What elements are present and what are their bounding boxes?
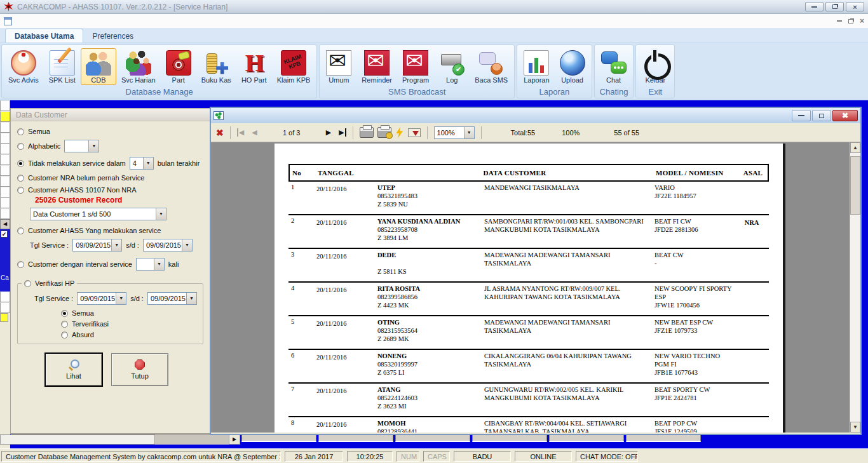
ribbon-button-label: HO Part xyxy=(241,76,267,84)
ribbon-button-label: Part xyxy=(172,76,185,84)
load-percent: 100% xyxy=(562,129,580,137)
ribbon-button-label: Reminder xyxy=(362,76,392,84)
alphabetic-select[interactable]: ▼ xyxy=(64,140,99,152)
radio-melakukan-service[interactable] xyxy=(17,227,24,234)
radio-terverifikasi[interactable] xyxy=(61,321,68,328)
lihat-button[interactable]: Lihat xyxy=(45,353,102,386)
mdi-close-button[interactable]: × xyxy=(860,18,864,24)
report-close-button[interactable]: ✖ xyxy=(832,110,858,121)
ribbon-button-label: Laporan xyxy=(524,76,549,84)
status-chat-mode: CHAT MODE: OFF xyxy=(576,451,638,462)
tgl-to-select[interactable]: 09/09/2015▼ xyxy=(143,239,193,252)
radio-semua[interactable] xyxy=(17,128,24,135)
report-table-row: 520/11/2016OTING082315953564Z 2689 MKMAD… xyxy=(288,316,769,350)
chevron-down-icon: ▼ xyxy=(182,239,192,251)
radio-v-semua-label: Semua xyxy=(72,309,94,317)
ribbon-button-svc-harian[interactable]: Svc Harian xyxy=(116,48,161,85)
mdi-workspace: ◀ ✔ Ca ▶ Data Customer Semua Alphabetic … xyxy=(0,100,868,448)
ribbon-button-umum[interactable]: Umum xyxy=(321,48,356,85)
radio-non-nra[interactable] xyxy=(17,187,24,194)
restore-button[interactable] xyxy=(825,2,844,11)
ribbon-button-log[interactable]: Log xyxy=(434,48,470,85)
ribbon-button-cdb[interactable]: CDB xyxy=(81,48,116,85)
last-page-icon[interactable]: ▶ xyxy=(337,128,346,137)
ribbon-button-reminder[interactable]: Reminder xyxy=(356,48,397,85)
bar-chart-icon xyxy=(524,50,549,76)
report-table-row: 220/11/2016YANA KUSDIANA ALDIAN085223958… xyxy=(288,215,769,249)
report-vscrollbar[interactable]: ▲ ▼ xyxy=(850,142,860,433)
background-hscrollbar[interactable]: ▶ xyxy=(0,434,240,445)
ribbon-button-label: Klaim KPB xyxy=(277,76,311,84)
ribbon-button-program[interactable]: Program xyxy=(397,48,434,85)
ho-part-icon xyxy=(241,50,267,76)
radio-absurd-label: Absurd xyxy=(72,331,94,339)
print-setup-icon[interactable] xyxy=(377,127,391,138)
tab-preferences[interactable]: Preferences xyxy=(83,29,142,43)
scroll-left-icon[interactable]: ◀ xyxy=(0,219,10,229)
tab-database-utama[interactable]: Database Utama xyxy=(5,29,83,43)
ribbon-button-label: Svc Advis xyxy=(8,76,39,84)
print-icon[interactable] xyxy=(360,127,374,138)
next-page-icon[interactable]: ▶ xyxy=(324,128,333,137)
radio-interval[interactable] xyxy=(17,261,24,268)
ribbon-button-label: Umum xyxy=(329,76,349,84)
tgl-service-label: Tgl Service : xyxy=(30,241,69,249)
tutup-button[interactable]: Tutup xyxy=(111,353,168,386)
scroll-up-icon[interactable]: ▲ xyxy=(850,142,860,153)
sd-label: s/d : xyxy=(126,241,139,249)
v-tgl-from-select[interactable]: 09/09/2015▼ xyxy=(77,292,126,305)
ribbon-button-label: SPK List xyxy=(49,76,76,84)
refresh-bolt-icon[interactable] xyxy=(395,127,404,138)
interval-select[interactable]: ▼ xyxy=(136,258,165,271)
close-report-icon[interactable]: ✖ xyxy=(216,128,224,138)
ribbon-group: Svc AdvisSPK ListCDBSvc HarianPartBuku K… xyxy=(1,44,317,98)
window-title: CAKRACOMP - AHASS 10107. Ver.:2.0.212 - … xyxy=(17,3,805,11)
mdi-restore-button[interactable] xyxy=(848,19,853,23)
vscroll-thumb[interactable] xyxy=(850,156,860,215)
mdi-minimize-button[interactable] xyxy=(837,20,842,22)
ribbon-button-spk-list[interactable]: SPK List xyxy=(44,48,81,85)
tgl-from-select[interactable]: 09/09/2015▼ xyxy=(72,239,122,252)
dialog-title: Data Customer xyxy=(11,109,210,121)
minimize-button[interactable] xyxy=(805,2,824,11)
close-button[interactable]: × xyxy=(846,2,864,11)
ribbon-button-laporan[interactable]: Laporan xyxy=(519,48,554,85)
radio-alphabetic[interactable] xyxy=(17,143,24,150)
ribbon-button-ho-part[interactable]: HO Part xyxy=(236,48,272,85)
radio-v-semua[interactable] xyxy=(61,310,68,317)
report-canvas: No TANGGAL DATA CUSTOMER MODEL / NOMESIN… xyxy=(211,142,860,433)
report-minimize-button[interactable] xyxy=(792,110,811,121)
ribbon-button-buku-kas[interactable]: Buku Kas xyxy=(196,48,236,85)
ribbon-button-klaim-kpb[interactable]: Klaim KPB xyxy=(272,48,316,85)
ribbon-group-label: SMS Broadcast xyxy=(321,87,513,97)
prev-page-icon[interactable]: ◀ xyxy=(250,128,259,137)
ribbon-group: UmumReminderProgramLogBaca SMSSMS Broadc… xyxy=(319,44,515,98)
scroll-down-icon[interactable]: ▼ xyxy=(850,422,860,433)
magnifier-icon xyxy=(69,359,79,370)
radio-verifikasi-hp[interactable] xyxy=(24,280,31,287)
report-restore-button[interactable] xyxy=(812,110,831,121)
scroll-right-icon[interactable]: ▶ xyxy=(229,434,240,445)
ribbon-button-keluar[interactable]: Keluar xyxy=(637,48,673,85)
v-tgl-to-select[interactable]: 09/09/2015▼ xyxy=(147,292,197,305)
ribbon-button-part[interactable]: Part xyxy=(161,48,196,85)
ribbon-button-upload[interactable]: Upload xyxy=(555,48,590,85)
ribbon-button-svc-advis[interactable]: Svc Advis xyxy=(3,48,44,85)
radio-tidak-service[interactable] xyxy=(17,160,24,167)
radio-terverifikasi-label: Terverifikasi xyxy=(72,320,109,328)
bulan-select[interactable]: 4▼ xyxy=(130,157,154,170)
radio-absurd[interactable] xyxy=(61,332,68,339)
report-table-row: 320/11/2016DEDEZ 5811 KSMADEWANGI MADEWA… xyxy=(288,249,769,283)
report-table-row: 820/11/2016MOMOH082128936441Z 2676 MHCIB… xyxy=(288,417,769,433)
zoom-select[interactable]: 100%▼ xyxy=(434,126,475,139)
ribbon-button-baca-sms[interactable]: Baca SMS xyxy=(470,48,513,85)
checkbox-icon: ✔ xyxy=(1,231,8,238)
range-select[interactable]: Data Customer 1 s/d 500▼ xyxy=(30,208,166,220)
export-icon[interactable] xyxy=(408,128,421,137)
data-customer-dialog: Data Customer Semua Alphabetic ▼ Tidak m… xyxy=(10,108,210,434)
ribbon-button-chat[interactable]: Chat xyxy=(596,48,632,85)
radio-nra-belum[interactable] xyxy=(17,175,24,182)
hscroll-thumb[interactable] xyxy=(0,434,155,445)
chevron-down-icon: ▼ xyxy=(186,293,196,304)
first-page-icon[interactable]: ◀ xyxy=(237,128,246,137)
